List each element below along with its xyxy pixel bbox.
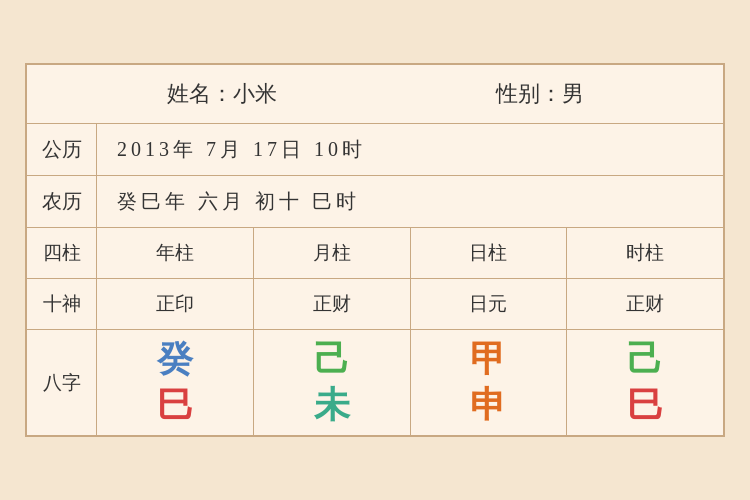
bazi-year-bottom: 巳: [157, 386, 193, 426]
header-row: 姓名：小米 性别：男: [27, 65, 723, 124]
solar-label: 公历: [27, 124, 97, 175]
pillar-month: 月柱: [254, 228, 411, 278]
bazi-year-top: 癸: [157, 340, 193, 380]
main-container: 姓名：小米 性别：男 公历 2013年 7月 17日 10时 农历 癸巳年 六月…: [25, 63, 725, 437]
bazi-hour-cell: 己 巳: [567, 330, 723, 435]
name-label: 姓名：小米: [167, 79, 277, 109]
bazi-year-cell: 癸 巳: [97, 330, 254, 435]
bazi-hour-bottom: 巳: [627, 386, 663, 426]
pillars-label: 四柱: [27, 228, 97, 278]
shishen-year: 正印: [97, 279, 254, 329]
pillar-day: 日柱: [411, 228, 568, 278]
shishen-row: 十神 正印 正财 日元 正财: [27, 279, 723, 330]
shishen-month: 正财: [254, 279, 411, 329]
bazi-day-top: 甲: [470, 340, 506, 380]
bazi-month-cell: 己 未: [254, 330, 411, 435]
pillar-year: 年柱: [97, 228, 254, 278]
pillars-row: 四柱 年柱 月柱 日柱 时柱: [27, 228, 723, 279]
bazi-day-bottom: 申: [470, 386, 506, 426]
bazi-month-top: 己: [314, 340, 350, 380]
bazi-month-bottom: 未: [314, 386, 350, 426]
lunar-value: 癸巳年 六月 初十 巳时: [97, 176, 723, 227]
bazi-label: 八字: [27, 330, 97, 435]
bazi-day-cell: 甲 申: [411, 330, 568, 435]
solar-row: 公历 2013年 7月 17日 10时: [27, 124, 723, 176]
bazi-hour-top: 己: [627, 340, 663, 380]
shishen-day: 日元: [411, 279, 568, 329]
lunar-row: 农历 癸巳年 六月 初十 巳时: [27, 176, 723, 228]
bazi-row: 八字 癸 巳 己 未 甲 申 己 巳: [27, 330, 723, 435]
shishen-label: 十神: [27, 279, 97, 329]
lunar-label: 农历: [27, 176, 97, 227]
shishen-hour: 正财: [567, 279, 723, 329]
pillar-hour: 时柱: [567, 228, 723, 278]
solar-value: 2013年 7月 17日 10时: [97, 124, 723, 175]
gender-label: 性别：男: [496, 79, 584, 109]
